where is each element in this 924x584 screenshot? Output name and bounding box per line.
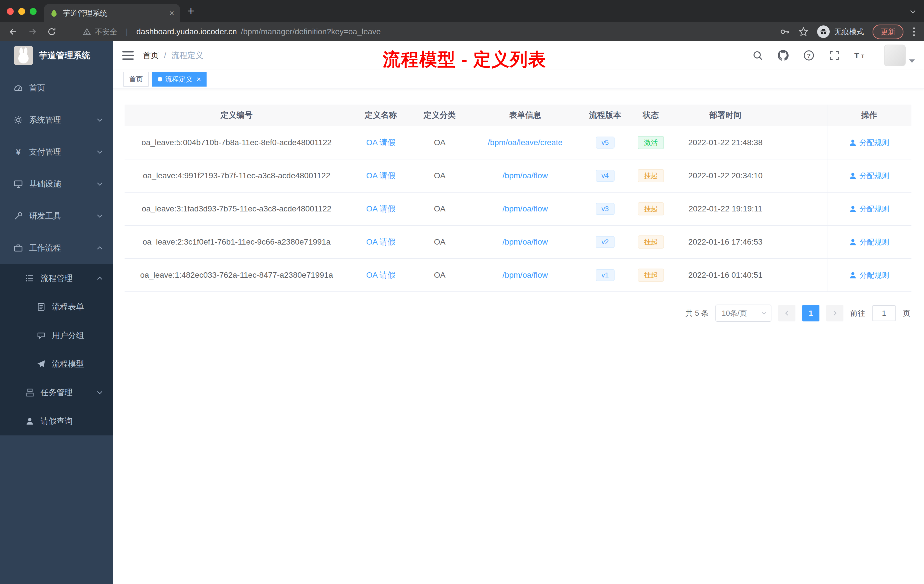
col-deploy-time: 部署时间 [675, 105, 776, 126]
close-window-button[interactable] [7, 8, 14, 15]
assign-rule-link[interactable]: 分配规则 [849, 237, 889, 247]
tag-close-icon[interactable]: × [196, 76, 201, 83]
sidebar-item-task-management[interactable]: 任务管理 [0, 378, 113, 407]
back-icon[interactable] [8, 26, 18, 37]
sidebar-logo[interactable]: 芋道管理系统 [0, 41, 113, 70]
sidebar-item-devtools[interactable]: 研发工具 [0, 200, 113, 232]
cell-actions: 分配规则 [827, 259, 911, 292]
form-link[interactable]: /bpm/oa/flow [503, 204, 548, 213]
briefcase-icon [14, 243, 23, 252]
font-size-icon[interactable]: TT [854, 51, 867, 60]
sidebar-item-payment[interactable]: ¥ 支付管理 [0, 136, 113, 168]
update-button[interactable]: 更新 [873, 25, 903, 39]
browser-tab[interactable]: 芋道管理系统 × [44, 4, 180, 22]
breadcrumb-separator: / [164, 51, 166, 60]
sidebar-item-process-management[interactable]: 流程管理 [0, 264, 113, 292]
chevron-left-icon [784, 310, 790, 316]
address-bar[interactable]: 不安全 | dashboard.yudao.iocoder.cn/bpm/man… [83, 27, 381, 37]
assign-rule-link[interactable]: 分配规则 [849, 171, 889, 181]
sidebar-item-infrastructure[interactable]: 基础设施 [0, 168, 113, 200]
page-number-button[interactable]: 1 [802, 305, 819, 322]
table-row: oa_leave:3:1fad3d93-7b75-11ec-a3c8-acde4… [125, 193, 911, 226]
hamburger-icon[interactable] [122, 50, 134, 61]
next-page-button[interactable] [826, 305, 843, 322]
chevron-down-icon [97, 213, 103, 219]
browser-menu-icon[interactable] [912, 27, 916, 36]
assign-rule-link[interactable]: 分配规则 [849, 204, 889, 214]
person-icon [849, 172, 856, 180]
col-spacer [776, 105, 827, 126]
github-icon[interactable] [778, 50, 789, 61]
search-icon[interactable] [752, 50, 763, 61]
tab-favicon-icon [50, 9, 58, 17]
definition-name-link[interactable]: OA 请假 [366, 270, 396, 280]
user-menu[interactable] [884, 45, 915, 66]
help-icon[interactable]: ? [804, 50, 814, 61]
password-key-icon[interactable] [779, 26, 790, 37]
svg-text:T: T [861, 54, 864, 59]
version-badge: v3 [596, 203, 614, 215]
col-status: 状态 [626, 105, 675, 126]
cell-status: 挂起 [626, 159, 675, 192]
tab-search-chevron-icon[interactable] [910, 8, 916, 15]
definition-name-link[interactable]: OA 请假 [366, 237, 396, 247]
new-tab-button[interactable]: + [187, 5, 195, 17]
reload-icon[interactable] [47, 27, 56, 36]
url-domain: dashboard.yudao.iocoder.cn [136, 27, 237, 36]
form-link[interactable]: /bpm/oa/flow [503, 271, 548, 280]
table-header: 定义编号 定义名称 定义分类 表单信息 流程版本 状态 部署时间 操作 [125, 105, 911, 126]
sidebar-item-label: 系统管理 [29, 115, 61, 125]
sidebar-item-process-models[interactable]: 流程模型 [0, 350, 113, 378]
sidebar-item-user-groups[interactable]: 用户分组 [0, 321, 113, 350]
cell-form-info: /bpm/oa/flow [466, 226, 584, 258]
assign-rule-label: 分配规则 [860, 237, 889, 247]
table-body: oa_leave:5:004b710b-7b8a-11ec-8ef0-acde4… [125, 126, 911, 292]
sidebar-item-label: 请假查询 [41, 416, 73, 427]
definition-table: 定义编号 定义名称 定义分类 表单信息 流程版本 状态 部署时间 操作 oa_l… [125, 105, 911, 292]
sidebar-item-process-forms[interactable]: 流程表单 [0, 292, 113, 321]
prev-page-button[interactable] [778, 305, 795, 322]
tag-home[interactable]: 首页 [124, 72, 148, 87]
sidebar-item-workflow[interactable]: 工作流程 [0, 232, 113, 264]
caret-down-icon[interactable] [909, 59, 915, 63]
forward-icon[interactable] [27, 26, 38, 37]
form-link[interactable]: /bpm/oa/leave/create [488, 138, 563, 147]
cell-definition-id: oa_leave:3:1fad3d93-7b75-11ec-a3c8-acde4… [125, 193, 348, 225]
avatar[interactable] [884, 45, 906, 66]
bookmark-star-icon[interactable] [798, 26, 808, 37]
table-row: oa_leave:5:004b710b-7b8a-11ec-8ef0-acde4… [125, 126, 911, 159]
sidebar-item-home[interactable]: 首页 [0, 72, 113, 104]
page-size-select[interactable]: 10条/页 [715, 305, 771, 322]
total-count: 共 5 条 [685, 308, 709, 318]
active-dot [158, 77, 162, 81]
maximize-window-button[interactable] [30, 8, 36, 15]
definition-name-link[interactable]: OA 请假 [366, 137, 396, 148]
cell-definition-name: OA 请假 [348, 126, 413, 159]
definition-name-link[interactable]: OA 请假 [366, 203, 396, 214]
tag-process-definition[interactable]: 流程定义 × [152, 72, 206, 87]
cell-definition-name: OA 请假 [348, 259, 413, 292]
cell-spacer [776, 226, 827, 258]
minimize-window-button[interactable] [18, 8, 25, 15]
svg-text:?: ? [807, 52, 811, 59]
tab-close-icon[interactable]: × [169, 9, 174, 17]
form-link[interactable]: /bpm/oa/flow [503, 238, 548, 247]
tag-label: 流程定义 [165, 74, 193, 84]
breadcrumb-home-link[interactable]: 首页 [143, 50, 159, 61]
form-link[interactable]: /bpm/oa/flow [503, 171, 548, 180]
status-badge: 挂起 [638, 202, 664, 215]
chevron-right-icon [832, 310, 838, 316]
definition-name-link[interactable]: OA 请假 [366, 170, 396, 181]
sidebar-item-system[interactable]: 系统管理 [0, 104, 113, 136]
assign-rule-link[interactable]: 分配规则 [849, 138, 889, 148]
goto-page-input[interactable] [872, 305, 896, 321]
assign-rule-link[interactable]: 分配规则 [849, 270, 889, 280]
cell-status: 挂起 [626, 259, 675, 292]
cell-category: OA [413, 259, 466, 292]
status-badge: 挂起 [638, 269, 664, 282]
sidebar-item-leave-query[interactable]: 请假查询 [0, 407, 113, 436]
fullscreen-icon[interactable] [829, 50, 840, 61]
version-badge: v1 [596, 269, 614, 281]
sidebar-item-label: 用户分组 [52, 330, 84, 341]
sidebar-item-label: 首页 [29, 82, 45, 93]
